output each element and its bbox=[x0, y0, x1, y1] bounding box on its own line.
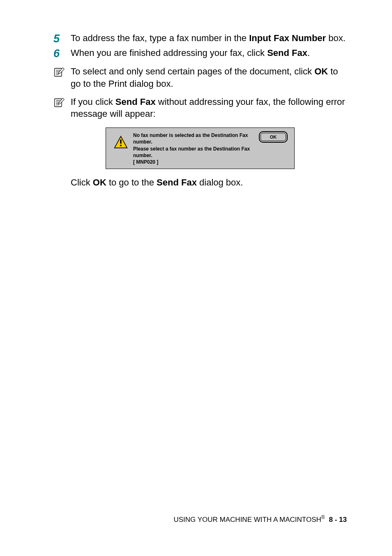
text-fragment: If you click bbox=[71, 97, 115, 107]
text-bold: Input Fax Number bbox=[249, 33, 326, 43]
memo-pencil-icon bbox=[53, 66, 65, 78]
text-bold: Send Fax bbox=[115, 97, 156, 107]
text-bold: Send Fax bbox=[157, 177, 197, 188]
page-number: 8 - 13 bbox=[329, 516, 347, 524]
text-fragment: To select and only send certain pages of… bbox=[71, 66, 314, 76]
text-fragment: When you are finished addressing your fa… bbox=[71, 48, 267, 58]
svg-rect-11 bbox=[120, 139, 121, 144]
text-fragment: Click bbox=[71, 177, 93, 188]
document-page: 5 To address the fax, type a fax number … bbox=[0, 0, 392, 556]
registered-symbol: ® bbox=[321, 514, 325, 520]
text-bold: OK bbox=[314, 66, 328, 76]
step-6: 6 When you are finished addressing your … bbox=[53, 47, 347, 60]
page-footer: USING YOUR MACHINE WITH A MACINTOSH®8 - … bbox=[174, 514, 347, 524]
memo-pencil-icon bbox=[53, 97, 65, 108]
step-6-text: When you are finished addressing your fa… bbox=[71, 47, 347, 59]
note-icon bbox=[53, 65, 71, 79]
note-2-text: If you click Send Fax without addressing… bbox=[71, 96, 347, 120]
footer-text: USING YOUR MACHINE WITH A MACINTOSH bbox=[174, 516, 321, 524]
note-1-text: To select and only send certain pages of… bbox=[71, 65, 347, 90]
text-fragment: to go to the bbox=[106, 177, 157, 188]
text-fragment: To address the fax, type a fax number in… bbox=[71, 33, 249, 43]
text-fragment: box. bbox=[326, 33, 346, 43]
step-5: 5 To address the fax, type a fax number … bbox=[53, 32, 347, 45]
error-dialog-screenshot: No fax number is selected as the Destina… bbox=[53, 127, 347, 169]
ok-button[interactable]: OK bbox=[261, 133, 286, 141]
step-number: 5 bbox=[53, 32, 71, 45]
text-bold: Send Fax bbox=[267, 48, 307, 58]
dialog-icon-column bbox=[111, 132, 131, 149]
text-fragment: dialog box. bbox=[197, 177, 243, 188]
dialog-message: No fax number is selected as the Destina… bbox=[131, 132, 261, 165]
note-2: If you click Send Fax without addressing… bbox=[53, 96, 347, 120]
note-icon bbox=[53, 96, 71, 110]
dialog-button-column: OK bbox=[261, 132, 289, 141]
warning-triangle-icon bbox=[114, 135, 128, 149]
error-dialog: No fax number is selected as the Destina… bbox=[106, 127, 295, 169]
after-dialog-text: Click OK to go to the Send Fax dialog bo… bbox=[71, 176, 347, 189]
step-5-text: To address the fax, type a fax number in… bbox=[71, 32, 347, 44]
step-number: 6 bbox=[53, 47, 71, 60]
text-fragment: . bbox=[307, 48, 310, 58]
note-1: To select and only send certain pages of… bbox=[53, 65, 347, 90]
text-bold: OK bbox=[93, 177, 106, 188]
svg-rect-12 bbox=[120, 145, 121, 146]
